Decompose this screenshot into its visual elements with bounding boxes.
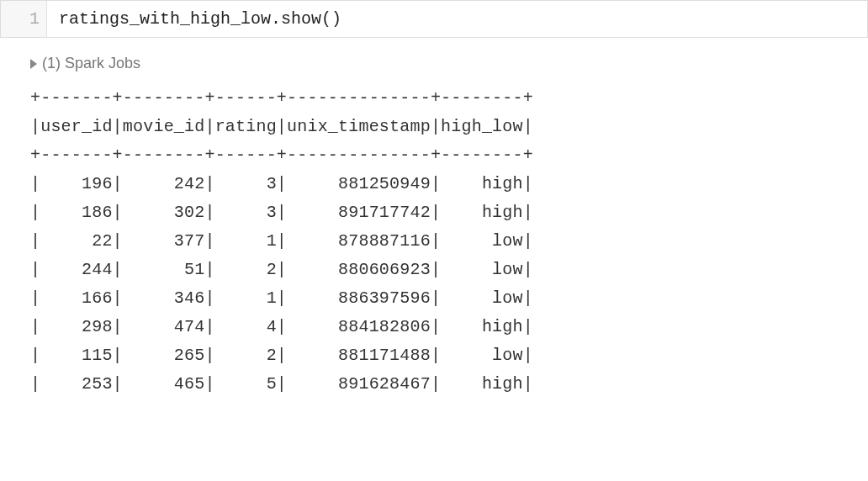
- code-cell: 1 ratings_with_high_low.show(): [0, 0, 868, 38]
- cell-output: (1) Spark Jobs +-------+--------+------+…: [0, 38, 868, 399]
- dataframe-ascii-table: +-------+--------+------+--------------+…: [30, 84, 868, 399]
- spark-jobs-label: (1) Spark Jobs: [42, 55, 140, 72]
- spark-jobs-toggle[interactable]: (1) Spark Jobs: [30, 48, 868, 84]
- line-number: 1: [29, 9, 40, 29]
- line-number-gutter: 1: [1, 1, 47, 37]
- code-input[interactable]: ratings_with_high_low.show(): [47, 1, 867, 37]
- chevron-right-icon: [30, 59, 37, 69]
